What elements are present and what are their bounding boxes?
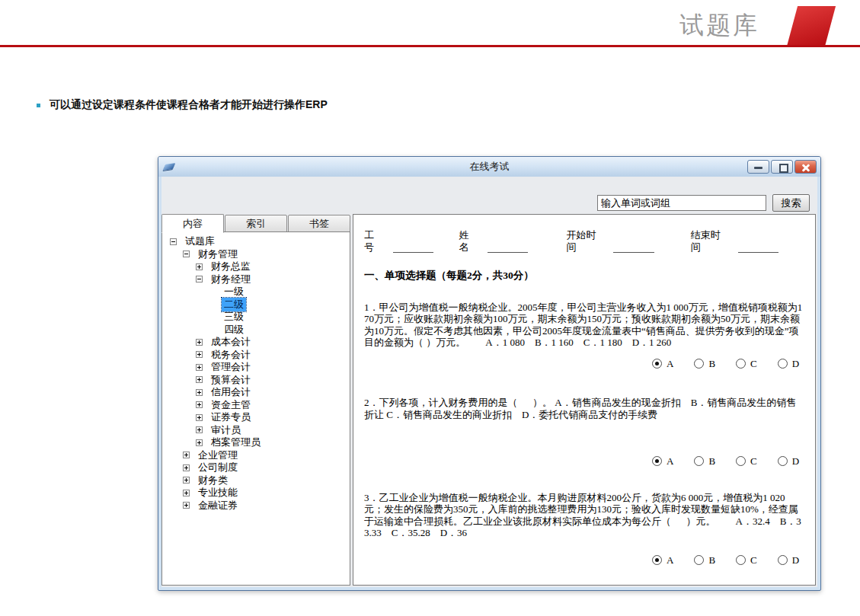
search-button[interactable]: 搜索 (772, 194, 810, 212)
expand-toggle-icon[interactable] (196, 439, 203, 446)
expand-toggle-icon[interactable] (183, 452, 190, 458)
tree-item-label[interactable]: 税务会计 (209, 348, 253, 362)
radio-option[interactable]: A (652, 455, 673, 468)
tree-item-label[interactable]: 四级 (222, 323, 246, 337)
radio-button-icon[interactable] (652, 359, 662, 369)
tree-item-label[interactable]: 二级 (222, 298, 246, 311)
exam-field: 姓名 (459, 229, 555, 253)
expand-toggle-icon[interactable] (196, 339, 203, 346)
expand-toggle-icon[interactable] (196, 364, 203, 371)
window-titlebar[interactable]: 在线考试 (158, 157, 820, 177)
expand-toggle-icon[interactable] (170, 238, 177, 245)
tree-item-label[interactable]: 一级 (222, 285, 246, 298)
expand-toggle-icon[interactable] (196, 351, 203, 358)
radio-button-icon[interactable] (736, 359, 746, 369)
radio-option[interactable]: A (652, 554, 673, 567)
tree-item: 财务总监 (162, 260, 350, 273)
expand-toggle-icon[interactable] (196, 401, 203, 408)
question-text: 2．下列各项，计入财务费用的是（ ）。 A．销售商品发生的现金折扣 B．销售商品… (364, 397, 804, 420)
radio-button-icon[interactable] (694, 555, 704, 565)
radio-option[interactable]: A (652, 358, 673, 370)
tree-item-label[interactable]: 预算会计 (209, 373, 253, 387)
minimize-button[interactable] (747, 160, 769, 174)
tree-item-label[interactable]: 档案管理员 (209, 436, 263, 449)
tree-item: 专业技能 (162, 487, 350, 500)
radio-button-icon[interactable] (736, 456, 746, 466)
tab-index[interactable]: 索引 (225, 215, 287, 232)
tab-contents[interactable]: 内容 (161, 214, 224, 233)
tree-item: 二级 (162, 298, 350, 311)
expand-toggle-icon[interactable] (196, 276, 203, 282)
radio-button-icon[interactable] (694, 359, 704, 369)
radio-option[interactable]: D (778, 358, 799, 370)
radio-button-icon[interactable] (652, 456, 662, 466)
tree-item: 财务类 (162, 474, 350, 487)
bullet-icon (37, 104, 40, 107)
radio-button-icon[interactable] (694, 456, 704, 466)
radio-option[interactable]: D (778, 455, 799, 468)
radio-option[interactable]: C (736, 455, 757, 468)
expand-toggle-icon[interactable] (183, 477, 190, 484)
tree-item-label[interactable]: 财务经理 (209, 273, 253, 286)
tree-item-label[interactable]: 信用会计 (209, 385, 253, 399)
tree-item-label[interactable]: 审计员 (209, 423, 243, 437)
radio-button-icon[interactable] (736, 555, 746, 565)
tree-item-label[interactable]: 专业技能 (196, 486, 240, 500)
tree-item: 企业管理 (162, 449, 350, 462)
tree-item-label[interactable]: 成本会计 (209, 335, 253, 349)
intro-text: 可以通过设定课程条件使课程合格者才能开始进行操作ERP (50, 98, 328, 112)
radio-option[interactable]: C (736, 358, 757, 370)
tree-item-label[interactable]: 公司制度 (196, 461, 240, 474)
exam-field-blank[interactable] (488, 242, 528, 253)
exam-field-blank[interactable] (613, 242, 654, 253)
tree-item-label[interactable]: 财务总监 (209, 260, 253, 273)
answer-options-row: A B C D (652, 554, 804, 567)
search-input[interactable] (597, 195, 766, 211)
tree-item: 财务管理 (162, 248, 350, 261)
radio-button-icon[interactable] (778, 456, 788, 466)
tree-item-label[interactable]: 证券专员 (209, 410, 253, 424)
intro-line: 可以通过设定课程条件使课程合格者才能开始进行操作ERP (37, 98, 328, 112)
tree-item-label[interactable]: 试题库 (183, 235, 217, 248)
radio-option[interactable]: B (694, 358, 715, 370)
radio-button-icon[interactable] (778, 555, 788, 565)
expand-toggle-icon[interactable] (183, 464, 190, 471)
expand-toggle-icon[interactable] (183, 490, 190, 496)
tree-item: 一级 (162, 286, 350, 298)
expand-toggle-icon[interactable] (196, 376, 203, 383)
expand-toggle-icon[interactable] (183, 502, 190, 509)
exam-field-blank[interactable] (393, 242, 433, 253)
tree-item: 试题库 (162, 235, 350, 248)
expand-toggle-icon[interactable] (196, 426, 203, 433)
tree-item-label[interactable]: 财务管理 (196, 247, 240, 261)
exam-field-label: 结束时间 (691, 229, 727, 253)
radio-button-icon[interactable] (652, 555, 662, 565)
radio-option-label: B (708, 554, 715, 567)
tab-bookmarks[interactable]: 书签 (288, 215, 350, 232)
expand-toggle-icon[interactable] (196, 263, 203, 270)
expand-toggle-icon[interactable] (196, 414, 203, 421)
tree-item-label[interactable]: 三级 (222, 310, 246, 324)
tree-item-label[interactable]: 资金主管 (209, 398, 253, 412)
tree-item-label[interactable]: 金融证券 (196, 499, 240, 512)
expand-toggle-icon[interactable] (183, 251, 190, 257)
maximize-button[interactable] (771, 160, 793, 174)
radio-option[interactable]: D (778, 554, 799, 567)
exam-field-label: 开始时间 (566, 229, 603, 253)
exam-field: 结束时间 (691, 229, 804, 253)
tree-item-label[interactable]: 企业管理 (196, 448, 240, 462)
radio-button-icon[interactable] (778, 359, 788, 369)
tree-item: 管理会计 (162, 361, 350, 374)
header-divider (0, 45, 860, 47)
radio-option[interactable]: B (694, 455, 715, 468)
tree-item-label[interactable]: 财务类 (196, 474, 230, 487)
tab-bar: 内容 索引 书签 (161, 214, 351, 232)
exam-field: 开始时间 (566, 229, 679, 253)
close-button[interactable] (794, 160, 817, 174)
expand-toggle-icon[interactable] (196, 389, 203, 396)
radio-option[interactable]: B (694, 554, 715, 567)
exam-field-label: 工号 (364, 229, 382, 253)
radio-option[interactable]: C (736, 554, 757, 567)
tree-item-label[interactable]: 管理会计 (209, 360, 253, 374)
exam-field-blank[interactable] (738, 242, 778, 253)
